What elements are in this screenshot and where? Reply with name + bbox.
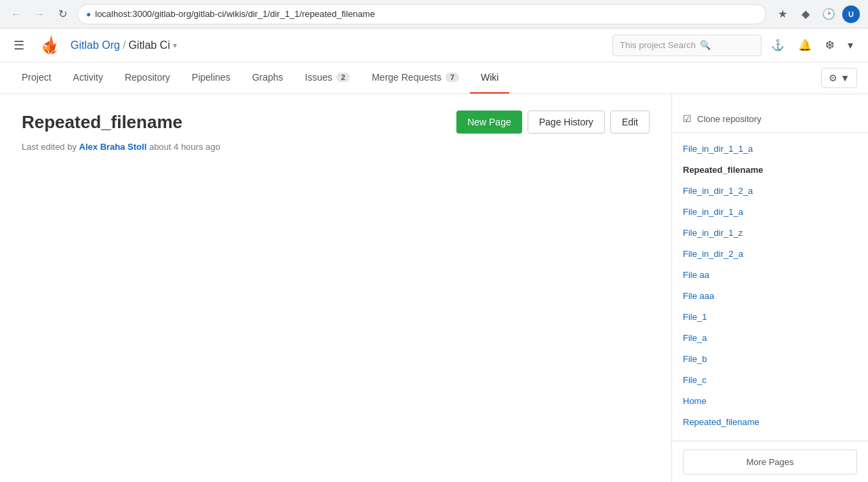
org-link[interactable]: Gitlab Org bbox=[71, 39, 120, 52]
settings-gear-btn[interactable]: ⚙ ▼ bbox=[821, 68, 857, 88]
breadcrumb-separator: / bbox=[123, 39, 125, 52]
browser-back[interactable]: ← bbox=[8, 6, 24, 22]
clone-repository-btn[interactable]: ☑ Clone repository bbox=[672, 105, 868, 133]
sidebar-page-item-7[interactable]: File aaa bbox=[672, 285, 868, 306]
hamburger-menu[interactable]: ☰ bbox=[11, 35, 27, 56]
content-area: Repeated_filename New Page Page History … bbox=[0, 94, 671, 482]
tab-issues[interactable]: Issues 2 bbox=[294, 62, 361, 94]
tab-merge-requests[interactable]: Merge Requests 7 bbox=[361, 62, 470, 94]
search-box[interactable]: This project Search 🔍 bbox=[612, 35, 762, 56]
logo-fox-svg bbox=[38, 35, 60, 56]
sidebar-divider bbox=[672, 441, 868, 441]
sidebar-pages-list: File_in_dir_1_1_aRepeated_filenameFile_i… bbox=[672, 138, 868, 433]
main-layout: Repeated_filename New Page Page History … bbox=[0, 94, 868, 482]
bookmark-btn[interactable]: ★ bbox=[773, 5, 792, 24]
wrench-btn[interactable]: ⚓ bbox=[767, 35, 789, 56]
settings-chevron-icon: ▼ bbox=[840, 73, 850, 83]
url-text: localhost:3000/gitlab-org/gitlab-ci/wiki… bbox=[95, 9, 757, 19]
sidebar-page-item-9[interactable]: File_a bbox=[672, 327, 868, 348]
browser-user-avatar[interactable]: U bbox=[842, 5, 860, 23]
page-title: Repeated_filename bbox=[22, 112, 456, 133]
gear-icon: ⚙ bbox=[829, 73, 837, 83]
page-history-button[interactable]: Page History bbox=[528, 111, 605, 134]
browser-url-bar[interactable]: ● localhost:3000/gitlab-org/gitlab-ci/wi… bbox=[77, 4, 766, 24]
gitlab-logo[interactable] bbox=[38, 35, 60, 56]
snowflake-btn[interactable]: ❆ bbox=[821, 35, 838, 56]
gitlab-header: ☰ Gitlab Org / Gitlab Ci ▾ bbox=[0, 28, 868, 62]
page-actions: New Page Page History Edit bbox=[456, 111, 650, 134]
nav-settings-area: ⚙ ▼ bbox=[821, 68, 857, 88]
tab-project[interactable]: Project bbox=[11, 62, 62, 94]
page-header: Repeated_filename New Page Page History … bbox=[22, 111, 650, 134]
clone-icon: ☑ bbox=[683, 113, 692, 124]
history-btn[interactable]: 🕑 bbox=[819, 5, 838, 24]
sidebar-page-item-6[interactable]: File aa bbox=[672, 264, 868, 285]
sidebar-page-item-1: Repeated_filename bbox=[672, 159, 868, 180]
sidebar-page-item-3[interactable]: File_in_dir_1_a bbox=[672, 201, 868, 222]
breadcrumb-chevron[interactable]: ▾ bbox=[173, 41, 177, 50]
new-page-button[interactable]: New Page bbox=[456, 111, 522, 134]
tab-graphs[interactable]: Graphs bbox=[241, 62, 294, 94]
more-pages-button[interactable]: More Pages bbox=[683, 449, 857, 475]
merge-requests-badge: 7 bbox=[446, 73, 459, 82]
breadcrumb: Gitlab Org / Gitlab Ci ▾ bbox=[71, 39, 177, 52]
sidebar-page-item-2[interactable]: File_in_dir_1_2_a bbox=[672, 180, 868, 201]
project-name: Gitlab Ci bbox=[128, 39, 170, 52]
issues-badge: 2 bbox=[336, 73, 350, 82]
nav-tabs: Project Activity Repository Pipelines Gr… bbox=[0, 62, 868, 94]
author-name: Alex Braha Stoll bbox=[79, 142, 147, 152]
sidebar-page-item-5[interactable]: File_in_dir_2_a bbox=[672, 243, 868, 264]
edit-button[interactable]: Edit bbox=[610, 111, 650, 134]
page-meta: Last edited by Alex Braha Stoll about 4 … bbox=[22, 142, 650, 152]
search-placeholder-text: This project Search bbox=[620, 40, 696, 50]
lock-icon: ● bbox=[86, 9, 91, 19]
tab-pipelines[interactable]: Pipelines bbox=[181, 62, 241, 94]
sidebar-page-item-4[interactable]: File_in_dir_1_z bbox=[672, 222, 868, 243]
sidebar-page-item-0[interactable]: File_in_dir_1_1_a bbox=[672, 138, 868, 159]
sidebar-page-item-10[interactable]: File_b bbox=[672, 348, 868, 369]
browser-chrome: ← → ↻ ● localhost:3000/gitlab-org/gitlab… bbox=[0, 0, 868, 28]
browser-refresh[interactable]: ↻ bbox=[54, 6, 71, 22]
meta-prefix: Last edited by bbox=[22, 142, 77, 152]
header-left: ☰ Gitlab Org / Gitlab Ci ▾ bbox=[11, 35, 177, 56]
tab-activity[interactable]: Activity bbox=[62, 62, 114, 94]
bell-btn[interactable]: 🔔 bbox=[794, 35, 816, 56]
clone-label: Clone repository bbox=[697, 114, 762, 124]
tab-wiki[interactable]: Wiki bbox=[470, 62, 509, 94]
settings-chevron[interactable]: ▾ bbox=[844, 35, 857, 56]
sidebar-page-item-12[interactable]: Home bbox=[672, 390, 868, 411]
browser-actions: ★ ◆ 🕑 U bbox=[773, 5, 860, 24]
sidebar-page-item-8[interactable]: File_1 bbox=[672, 306, 868, 327]
search-icon: 🔍 bbox=[700, 40, 711, 50]
meta-suffix: about 4 hours ago bbox=[149, 142, 220, 152]
extension-btn[interactable]: ◆ bbox=[796, 5, 815, 24]
sidebar-page-item-13[interactable]: Repeated_filename bbox=[672, 411, 868, 433]
header-right: This project Search 🔍 ⚓ 🔔 ❆ ▾ bbox=[612, 35, 857, 56]
tab-repository[interactable]: Repository bbox=[114, 62, 181, 94]
sidebar-page-item-11[interactable]: File_c bbox=[672, 369, 868, 390]
sidebar: ☑ Clone repository File_in_dir_1_1_aRepe… bbox=[671, 94, 868, 482]
browser-forward[interactable]: → bbox=[31, 6, 47, 22]
